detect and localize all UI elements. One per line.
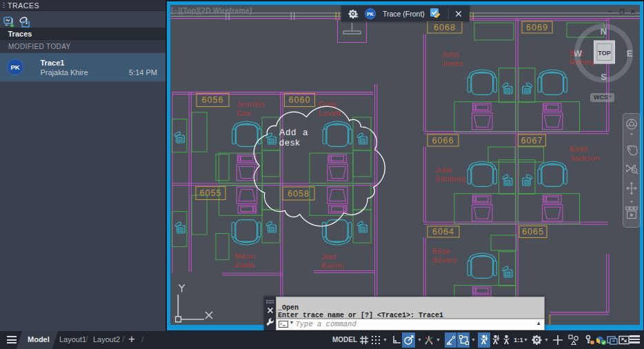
svg-text:6058: 6058 <box>288 189 310 199</box>
svg-text:Sanborg: Sanborg <box>435 174 465 183</box>
svg-text:Add a: Add a <box>279 128 308 137</box>
svg-text:Cox: Cox <box>237 109 251 117</box>
svg-text:6055: 6055 <box>200 188 222 198</box>
svg-text:Julie: Julie <box>435 166 452 174</box>
svg-text:6069: 6069 <box>526 23 548 32</box>
svg-text:Jennifer: Jennifer <box>237 100 265 108</box>
svg-text:Silvers: Silvers <box>432 256 457 264</box>
svg-text:S: S <box>601 72 607 82</box>
svg-text:6056: 6056 <box>202 95 224 105</box>
svg-text:6065: 6065 <box>522 227 544 237</box>
svg-text:Kleinn: Kleinn <box>321 261 344 270</box>
svg-text:6064: 6064 <box>432 227 454 237</box>
svg-text:6068: 6068 <box>434 23 456 32</box>
svg-text:Elise: Elise <box>432 247 450 255</box>
svg-text:Lovett: Lovett <box>319 109 341 117</box>
svg-text:TOP: TOP <box>598 50 610 57</box>
svg-text:desk: desk <box>279 138 300 148</box>
svg-text:Mauri: Mauri <box>234 252 255 260</box>
svg-text:Keith: Keith <box>570 145 588 153</box>
svg-text:Jackson: Jackson <box>570 154 599 162</box>
svg-text:John: John <box>441 50 459 59</box>
svg-text:Jones: Jones <box>441 59 463 68</box>
svg-text:Joel: Joel <box>321 252 336 261</box>
svg-text:Ziada: Ziada <box>234 261 255 269</box>
svg-text:N: N <box>601 26 607 37</box>
svg-text:W: W <box>574 48 583 59</box>
svg-text:E: E <box>627 48 633 59</box>
svg-text:6067: 6067 <box>521 136 543 146</box>
svg-text:6066: 6066 <box>432 136 454 146</box>
svg-text:6060: 6060 <box>289 95 311 105</box>
